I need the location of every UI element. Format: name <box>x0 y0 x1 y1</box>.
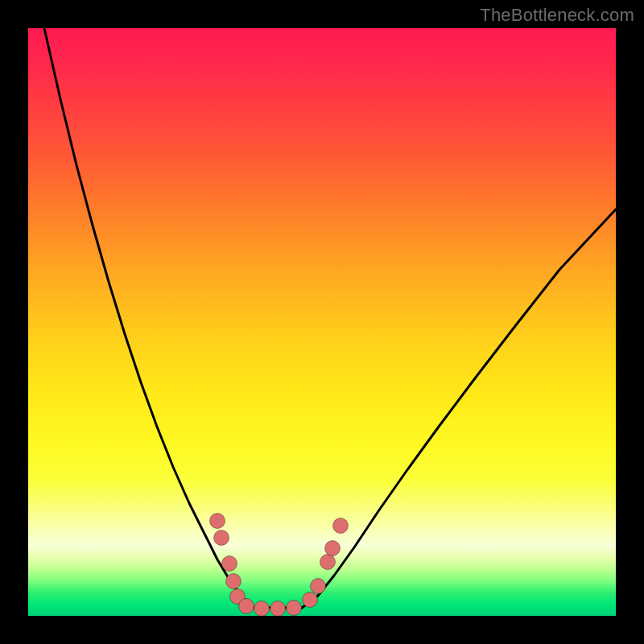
data-marker <box>320 555 336 570</box>
data-marker <box>222 556 237 572</box>
data-marker <box>270 601 286 617</box>
data-marker <box>210 514 225 529</box>
data-marker <box>325 541 341 556</box>
plot-area <box>28 28 616 616</box>
data-marker <box>311 579 326 594</box>
marker-group <box>210 514 349 617</box>
curve-right-curve <box>302 209 616 608</box>
data-marker <box>239 599 254 614</box>
data-marker <box>214 530 229 546</box>
chart-svg <box>28 28 616 616</box>
chart-frame: TheBottleneck.com <box>0 0 644 644</box>
data-marker <box>333 518 349 534</box>
data-marker <box>226 574 242 589</box>
curve-group <box>44 28 616 608</box>
watermark-text: TheBottleneck.com <box>480 5 634 26</box>
data-marker <box>303 592 318 608</box>
data-marker <box>287 601 302 616</box>
data-marker <box>254 601 270 617</box>
